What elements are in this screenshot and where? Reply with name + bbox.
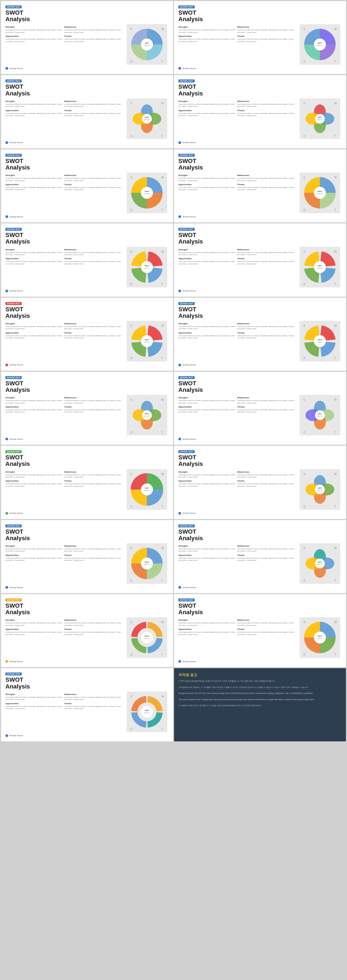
slide-badge: EDITING TEXT [178,450,195,453]
monthly-dot [5,586,8,589]
strengths-text: Lorem ipsum dolor sit ut amet, consectet… [5,474,64,478]
strengths-label: Strengths [5,322,64,325]
slide-badge: EDITING TEXT [5,450,22,453]
weaknesses-text: Lorem ipsum dolor sit ut amet, consectet… [237,548,296,552]
slide-title: SWOTAnalysis [5,84,169,97]
opportunities-text: Lorem ipsum dolor sit ut amet, consectet… [178,409,237,413]
strengths-label: Strengths [178,545,237,547]
svg-point-61 [141,261,153,273]
svg-text:O: O [131,283,132,286]
svg-text:S: S [303,547,305,550]
weaknesses-text: Lorem ipsum dolor sit ut amet, consectet… [64,474,123,478]
monthly-planner-label: Monthly Planner [10,735,23,737]
threats-text: Lorem ipsum dolor sit ut amet, consectet… [64,112,123,117]
svg-text:O: O [131,727,132,730]
svg-text:O: O [131,505,132,508]
svg-text:ANALYSIS: ANALYSIS [144,712,150,713]
strengths-text: Lorem ipsum dolor sit ut amet, consectet… [5,29,64,33]
strengths-text: Lorem ipsum dolor sit ut amet, consectet… [5,251,64,256]
text-section: Strengths Lorem ipsum dolor sit ut amet,… [178,172,298,213]
opportunities-text: Lorem ipsum dolor sit ut amet, consectet… [5,483,64,487]
svg-text:W: W [334,473,337,476]
svg-text:O: O [303,505,306,508]
weaknesses-label: Weaknesses [237,545,296,547]
svg-text:ANALYSIS: ANALYSIS [317,564,323,565]
weaknesses-label: Weaknesses [237,619,296,621]
slide-title: SWOTAnalysis [178,232,342,245]
monthly-planner-label: Monthly Planner [183,512,196,514]
weaknesses-label: Weaknesses [64,322,123,325]
svg-text:SWOT: SWOT [145,265,150,267]
svg-text:T: T [161,579,163,582]
monthly-dot [5,512,8,515]
svg-text:T: T [334,579,336,582]
weaknesses-text: Lorem ipsum dolor sit ut amet, consectet… [64,251,123,256]
svg-text:S: S [131,621,132,624]
strengths-label: Strengths [178,26,237,28]
opportunities-text: Lorem ipsum dolor sit ut amet, consectet… [178,335,237,339]
diagram-section: SWOTSWOTANALYSIS [125,617,169,658]
opportunities-label: Opportunities [5,406,64,408]
svg-text:ANALYSIS: ANALYSIS [317,119,323,120]
svg-text:O: O [131,60,132,63]
monthly-planner-label: Monthly Planner [183,142,196,143]
svg-point-150 [315,558,325,568]
threats-text: Lorem ipsum dolor sit ut amet, consectet… [237,38,296,43]
svg-text:O: O [303,357,306,360]
svg-text:S: S [303,621,305,624]
svg-text:ANALYSIS: ANALYSIS [144,638,150,639]
slide-title: SWOTAnalysis [5,454,169,467]
svg-point-97 [142,410,152,420]
diagram-section: SWOTSWOTANALYSIS [125,99,169,139]
slide-19: EDITING TEXT SWOTAnalysis Strengths Lore… [1,668,173,741]
opportunities-text: Lorem ipsum dolor sit ut amet, consectet… [5,557,64,562]
slide-3: EDITING TEXT SWOTAnalysis Strengths Lore… [1,75,173,148]
diagram-section: SWOTSWOTANALYSIS [298,469,342,510]
svg-text:S: S [131,176,132,179]
strengths-label: Strengths [5,471,64,473]
strengths-label: Strengths [178,396,237,399]
svg-point-25 [142,114,152,124]
slide-title: SWOTAnalysis [5,232,169,245]
svg-point-118 [141,484,153,495]
slide-badge: EDITING TEXT [5,598,22,601]
monthly-dot [178,660,181,663]
opportunities-text: Lorem ipsum dolor sit ut amet, consectet… [5,631,64,636]
svg-point-174 [141,706,153,718]
slide-title: SWOTAnalysis [178,158,342,171]
opportunities-text: Lorem ipsum dolor sit ut amet, consectet… [178,631,237,636]
weaknesses-label: Weaknesses [237,174,296,177]
text-section: Strengths Lorem ipsum dolor sit ut amet,… [178,395,298,436]
svg-text:W: W [161,398,164,401]
threats-text: Lorem ipsum dolor sit ut amet, consectet… [64,557,123,562]
strengths-label: Strengths [5,619,64,621]
text-section: Strengths Lorem ipsum dolor sit ut amet,… [5,24,125,65]
slide-2: EDITING TEXT SWOTAnalysis Strengths Lore… [174,1,346,74]
slide-11: EDITING TEXT SWOTAnalysis Strengths Lore… [1,372,173,445]
svg-text:S: S [131,473,132,476]
svg-text:W: W [334,324,337,327]
diagram-section: SWOTSWOTANALYSIS [125,172,169,213]
svg-text:T: T [161,431,163,434]
svg-text:T: T [334,208,336,212]
svg-text:ANALYSIS: ANALYSIS [144,564,150,565]
slide-badge: EDITING TEXT [5,228,22,231]
text-section: Strengths Lorem ipsum dolor sit ut amet,… [178,469,298,510]
svg-point-5 [141,38,153,51]
text-section: Strengths Lorem ipsum dolor sit ut amet,… [5,395,125,436]
slide-title: SWOTAnalysis [5,676,169,690]
svg-text:W: W [334,176,337,179]
strengths-label: Strengths [5,248,64,251]
weaknesses-label: Weaknesses [237,396,296,399]
slide-9: EDITING TEXT SWOTAnalysis Strengths Lore… [1,298,173,371]
slide-badge: EDITING TEXT [178,525,195,527]
svg-text:S: S [303,250,305,253]
svg-point-158 [141,632,153,643]
weaknesses-text: Lorem ipsum dolor sit ut amet, consectet… [237,177,296,182]
threats-text: Lorem ipsum dolor sit ut amet, consectet… [237,260,296,265]
slide-badge: EDITING TEXT [178,228,195,231]
diagram-section: SWOTSWOTANALYSIS [125,321,169,361]
svg-text:O: O [303,431,306,434]
svg-text:W: W [161,547,164,550]
opportunities-label: Opportunities [5,183,64,186]
